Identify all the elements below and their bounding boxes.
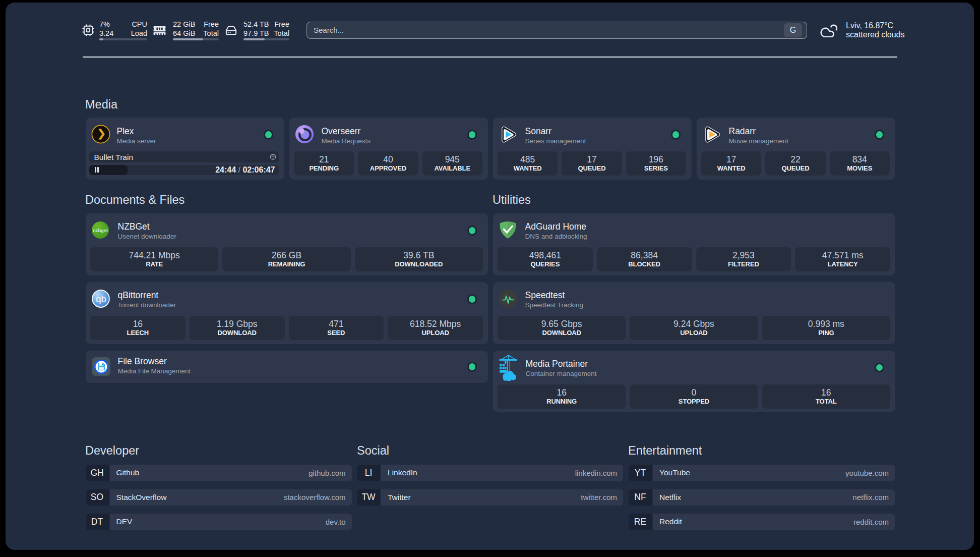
svg-text:nzbget: nzbget <box>93 228 108 233</box>
svg-text:qb: qb <box>96 294 106 304</box>
